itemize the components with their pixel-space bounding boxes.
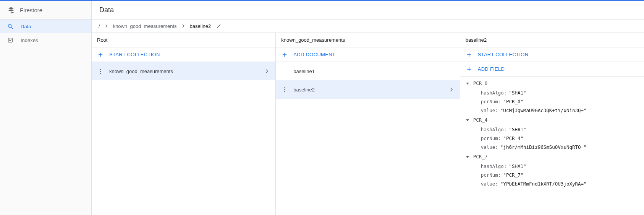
indexes-icon bbox=[7, 37, 14, 44]
field-value: jh6r/mMhiBiz96SmSuOVxuNqRTQ= bbox=[500, 144, 587, 150]
field-key: value bbox=[481, 108, 498, 113]
breadcrumb: / known_good_measurements baseline2 bbox=[92, 20, 644, 33]
field-expand-toggle[interactable]: PCR_0 bbox=[460, 78, 644, 88]
field-key: pcrNum bbox=[481, 172, 501, 178]
field-property[interactable]: pcrNum PCR_0 bbox=[460, 97, 644, 106]
sidebar: Firestore Data Indexes bbox=[0, 1, 92, 215]
field-value: PCR_7 bbox=[503, 172, 523, 178]
triangle-down-icon bbox=[466, 118, 470, 122]
field-key: hashAlgo bbox=[481, 90, 507, 96]
more-menu-icon[interactable] bbox=[281, 87, 288, 92]
sidebar-item-data[interactable]: Data bbox=[0, 20, 91, 33]
document-row[interactable]: baseline2 bbox=[276, 80, 460, 99]
breadcrumb-root[interactable]: / bbox=[97, 23, 102, 29]
chevron-right-icon bbox=[264, 68, 270, 74]
collection-row-label: known_good_measurements bbox=[109, 68, 173, 74]
chevron-right-icon bbox=[448, 86, 455, 93]
sidebar-item-label: Indexes bbox=[21, 37, 38, 43]
plus-icon bbox=[281, 51, 288, 58]
field-property[interactable]: value YPbEbATMmFnd1kXRT/OU3joXyRA= bbox=[460, 179, 644, 188]
field-value: PCR_0 bbox=[503, 99, 523, 104]
plus-icon bbox=[97, 51, 104, 58]
field-key: pcrNum bbox=[481, 135, 501, 141]
panel-root: Root START COLLECTION known_good_measure… bbox=[92, 33, 276, 215]
field-key: pcrNum bbox=[481, 99, 501, 104]
field-name: PCR_4 bbox=[473, 117, 488, 123]
field-value: YPbEbATMmFnd1kXRT/OU3joXyRA= bbox=[500, 181, 587, 187]
sidebar-item-label: Data bbox=[21, 24, 31, 29]
document-row-label: baseline2 bbox=[293, 87, 315, 93]
field-value: SHA1 bbox=[509, 127, 526, 132]
product-header: Firestore bbox=[0, 1, 91, 20]
pencil-icon[interactable] bbox=[216, 23, 222, 29]
field-group: PCR_0hashAlgo SHA1pcrNum PCR_0value UcMj… bbox=[460, 78, 644, 115]
plus-icon bbox=[466, 66, 472, 73]
product-name: Firestore bbox=[20, 7, 42, 13]
field-key: value bbox=[481, 181, 498, 187]
plus-icon bbox=[466, 51, 472, 58]
field-key: hashAlgo bbox=[481, 163, 507, 169]
firestore-logo-icon bbox=[7, 6, 15, 15]
field-value: SHA1 bbox=[509, 163, 526, 169]
field-value: SHA1 bbox=[509, 90, 526, 96]
field-name: PCR_0 bbox=[473, 80, 488, 86]
field-property[interactable]: hashAlgo SHA1 bbox=[460, 125, 644, 134]
field-property[interactable]: hashAlgo SHA1 bbox=[460, 88, 644, 97]
field-group: PCR_7hashAlgo SHA1pcrNum PCR_7value YPbE… bbox=[460, 151, 644, 188]
document-row-label: baseline1 bbox=[293, 68, 315, 74]
field-value: PCR_4 bbox=[503, 135, 523, 141]
start-subcollection-button[interactable]: START COLLECTION bbox=[460, 47, 644, 62]
field-property[interactable]: value jh6r/mMhiBiz96SmSuOVxuNqRTQ= bbox=[460, 143, 644, 151]
breadcrumb-collection[interactable]: known_good_measurements bbox=[112, 23, 178, 29]
field-key: hashAlgo bbox=[481, 127, 507, 132]
more-menu-icon[interactable] bbox=[97, 69, 104, 74]
triangle-down-icon bbox=[466, 81, 470, 85]
add-document-button[interactable]: ADD DOCUMENT bbox=[276, 47, 460, 62]
panel-collection-title: known_good_measurements bbox=[276, 33, 460, 47]
field-group: PCR_4hashAlgo SHA1pcrNum PCR_4value jh6r… bbox=[460, 115, 644, 151]
svg-point-0 bbox=[8, 24, 11, 28]
search-icon bbox=[7, 23, 14, 30]
field-value: UcMj3gwMaU9GAc3QK+tY/xNin3Q= bbox=[500, 108, 587, 113]
field-name: PCR_7 bbox=[473, 154, 488, 160]
field-expand-toggle[interactable]: PCR_7 bbox=[460, 151, 644, 162]
field-property[interactable]: pcrNum PCR_7 bbox=[460, 171, 644, 179]
add-field-button[interactable]: ADD FIELD bbox=[460, 62, 644, 77]
sidebar-item-indexes[interactable]: Indexes bbox=[0, 33, 91, 47]
chevron-right-icon bbox=[181, 23, 186, 29]
field-property[interactable]: hashAlgo SHA1 bbox=[460, 162, 644, 171]
panel-document: baseline2 START COLLECTION ADD FIELD PCR… bbox=[460, 33, 644, 215]
panel-collection: known_good_measurements ADD DOCUMENT bas… bbox=[276, 33, 460, 215]
panel-document-title: baseline2 bbox=[460, 33, 644, 47]
main: Data / known_good_measurements baseline2… bbox=[92, 1, 644, 215]
triangle-down-icon bbox=[466, 155, 470, 159]
field-property[interactable]: pcrNum PCR_4 bbox=[460, 134, 644, 143]
chevron-right-icon bbox=[104, 23, 109, 29]
start-collection-button[interactable]: START COLLECTION bbox=[92, 47, 275, 62]
page-title: Data bbox=[92, 1, 644, 20]
collection-row[interactable]: known_good_measurements bbox=[92, 62, 275, 80]
document-row[interactable]: baseline1 bbox=[276, 62, 460, 80]
field-property[interactable]: value UcMj3gwMaU9GAc3QK+tY/xNin3Q= bbox=[460, 106, 644, 115]
field-key: value bbox=[481, 144, 498, 150]
breadcrumb-document[interactable]: baseline2 bbox=[188, 23, 213, 29]
panel-root-title: Root bbox=[92, 33, 275, 47]
field-expand-toggle[interactable]: PCR_4 bbox=[460, 115, 644, 125]
